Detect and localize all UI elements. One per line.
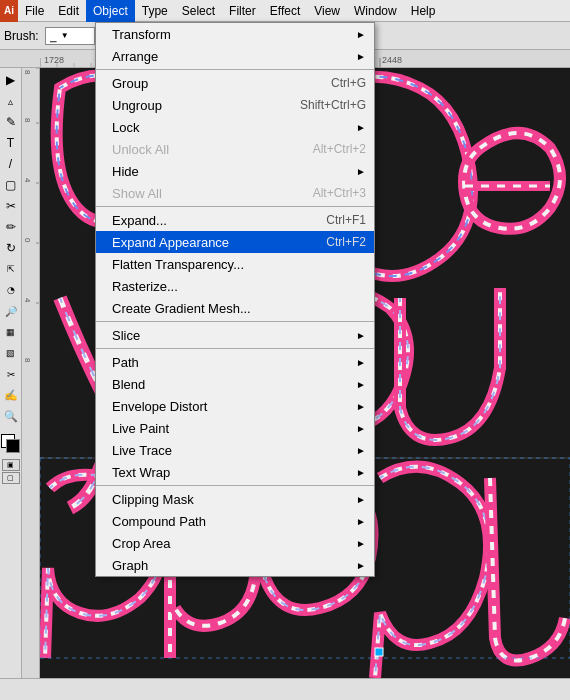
- left-toolbar: ▶ ▵ ✎ T / ▢ ✂ ✏ ↻ ⇱ ◔ 🔎 ▦ ▧ ✂ ✍ 🔍 ▣ ▢: [0, 68, 22, 678]
- tool-rotate[interactable]: ↻: [1, 238, 21, 258]
- statusbar: [0, 678, 570, 700]
- v-ruler-ticks: [32, 68, 40, 678]
- menu-item-graph[interactable]: Graph ►: [96, 554, 374, 576]
- menu-item-hide-label: Hide: [112, 164, 352, 179]
- tool-scale[interactable]: ⇱: [1, 259, 21, 279]
- normal-mode[interactable]: ▣: [2, 459, 20, 471]
- menu-item-crop-area-label: Crop Area: [112, 536, 352, 551]
- menu-item-transform[interactable]: Transform ►: [96, 23, 374, 45]
- menubar-view[interactable]: View: [307, 0, 347, 22]
- menu-item-slice-arrow: ►: [356, 330, 366, 341]
- tool-shape[interactable]: ▢: [1, 175, 21, 195]
- menu-sep-4: [96, 348, 374, 349]
- v-ruler-mark-4: 0: [23, 238, 32, 242]
- menu-item-expand-appearance-shortcut: Ctrl+F2: [326, 235, 366, 249]
- menu-item-blend-label: Blend: [112, 377, 352, 392]
- menu-item-transform-arrow: ►: [356, 29, 366, 40]
- menu-item-unlock-all[interactable]: Unlock All Alt+Ctrl+2: [96, 138, 374, 160]
- menu-item-rasterize[interactable]: Rasterize...: [96, 275, 374, 297]
- menu-item-text-wrap[interactable]: Text Wrap ►: [96, 461, 374, 483]
- menu-item-crop-area[interactable]: Crop Area ►: [96, 532, 374, 554]
- menu-item-group[interactable]: Group Ctrl+G: [96, 72, 374, 94]
- brush-arrow: ▼: [61, 31, 69, 40]
- menu-item-transform-label: Transform: [112, 27, 352, 42]
- menubar-select[interactable]: Select: [175, 0, 222, 22]
- menu-item-show-all-shortcut: Alt+Ctrl+3: [313, 186, 366, 200]
- tool-scissors[interactable]: ✂: [1, 364, 21, 384]
- menu-item-blend-arrow: ►: [356, 379, 366, 390]
- menubar-type[interactable]: Type: [135, 0, 175, 22]
- menu-item-live-paint[interactable]: Live Paint ►: [96, 417, 374, 439]
- menu-item-rasterize-label: Rasterize...: [112, 279, 366, 294]
- menu-item-expand[interactable]: Expand... Ctrl+F1: [96, 209, 374, 231]
- tool-pen[interactable]: ✎: [1, 112, 21, 132]
- menubar-file[interactable]: File: [18, 0, 51, 22]
- menu-item-path[interactable]: Path ►: [96, 351, 374, 373]
- brush-label: Brush:: [4, 29, 39, 43]
- menu-item-slice[interactable]: Slice ►: [96, 324, 374, 346]
- menu-item-text-wrap-arrow: ►: [356, 467, 366, 478]
- fill-stroke-indicator[interactable]: [1, 434, 21, 454]
- svg-rect-21: [375, 648, 383, 656]
- menu-item-flatten-transparency-label: Flatten Transparency...: [112, 257, 366, 272]
- menu-item-live-paint-arrow: ►: [356, 423, 366, 434]
- tool-zoom[interactable]: 🔍: [1, 406, 21, 426]
- menu-item-path-arrow: ►: [356, 357, 366, 368]
- tool-line[interactable]: /: [1, 154, 21, 174]
- menu-item-blend[interactable]: Blend ►: [96, 373, 374, 395]
- tool-blend[interactable]: ◔: [1, 280, 21, 300]
- v-ruler-mark-3: 4: [23, 178, 32, 182]
- menu-item-live-trace-label: Live Trace: [112, 443, 352, 458]
- menubar-help[interactable]: Help: [404, 0, 443, 22]
- menu-item-live-trace-arrow: ►: [356, 445, 366, 456]
- tool-gradient[interactable]: ▧: [1, 343, 21, 363]
- ruler-vertical: 8 8 4 0 4 8: [22, 68, 40, 678]
- menu-item-clipping-mask[interactable]: Clipping Mask ►: [96, 488, 374, 510]
- menu-item-unlock-all-shortcut: Alt+Ctrl+2: [313, 142, 366, 156]
- menu-item-arrange[interactable]: Arrange ►: [96, 45, 374, 67]
- menu-item-show-all[interactable]: Show All Alt+Ctrl+3: [96, 182, 374, 204]
- menubar-object[interactable]: Object: [86, 0, 135, 22]
- menubar: Ai File Edit Object Type Select Filter E…: [0, 0, 570, 22]
- menu-item-compound-path-label: Compound Path: [112, 514, 352, 529]
- menu-item-expand-appearance-label: Expand Appearance: [112, 235, 316, 250]
- tool-type[interactable]: T: [1, 133, 21, 153]
- tool-paintbrush[interactable]: ✂: [1, 196, 21, 216]
- tool-direct-select[interactable]: ▵: [1, 91, 21, 111]
- menu-item-live-trace[interactable]: Live Trace ►: [96, 439, 374, 461]
- tool-hand[interactable]: ✍: [1, 385, 21, 405]
- menu-item-envelope-distort[interactable]: Envelope Distort ►: [96, 395, 374, 417]
- tool-pencil[interactable]: ✏: [1, 217, 21, 237]
- menu-item-expand-appearance[interactable]: Expand Appearance Ctrl+F2: [96, 231, 374, 253]
- menubar-filter[interactable]: Filter: [222, 0, 263, 22]
- menu-sep-5: [96, 485, 374, 486]
- menu-item-group-label: Group: [112, 76, 321, 91]
- menu-item-compound-path-arrow: ►: [356, 516, 366, 527]
- v-ruler-mark-1: 8: [23, 70, 32, 74]
- v-ruler-mark-5: 4: [23, 298, 32, 302]
- menu-item-hide[interactable]: Hide ►: [96, 160, 374, 182]
- menu-sep-2: [96, 206, 374, 207]
- menu-item-text-wrap-label: Text Wrap: [112, 465, 352, 480]
- menu-item-lock[interactable]: Lock ►: [96, 116, 374, 138]
- menubar-effect[interactable]: Effect: [263, 0, 307, 22]
- tool-mesh[interactable]: ▦: [1, 322, 21, 342]
- menu-item-graph-arrow: ►: [356, 560, 366, 571]
- tool-eyedropper[interactable]: 🔎: [1, 301, 21, 321]
- menu-item-ungroup[interactable]: Ungroup Shift+Ctrl+G: [96, 94, 374, 116]
- menubar-edit[interactable]: Edit: [51, 0, 86, 22]
- menu-item-compound-path[interactable]: Compound Path ►: [96, 510, 374, 532]
- menu-item-create-gradient-mesh[interactable]: Create Gradient Mesh...: [96, 297, 374, 319]
- menubar-window[interactable]: Window: [347, 0, 404, 22]
- menu-item-crop-area-arrow: ►: [356, 538, 366, 549]
- tool-select[interactable]: ▶: [1, 70, 21, 90]
- menu-item-ungroup-label: Ungroup: [112, 98, 290, 113]
- menu-sep-1: [96, 69, 374, 70]
- menu-sep-3: [96, 321, 374, 322]
- outline-mode[interactable]: ▢: [2, 472, 20, 484]
- menu-item-graph-label: Graph: [112, 558, 352, 573]
- app-icon: Ai: [0, 0, 18, 22]
- menu-item-expand-label: Expand...: [112, 213, 316, 228]
- brush-dropdown[interactable]: ⎯ ▼: [45, 27, 95, 45]
- menu-item-flatten-transparency[interactable]: Flatten Transparency...: [96, 253, 374, 275]
